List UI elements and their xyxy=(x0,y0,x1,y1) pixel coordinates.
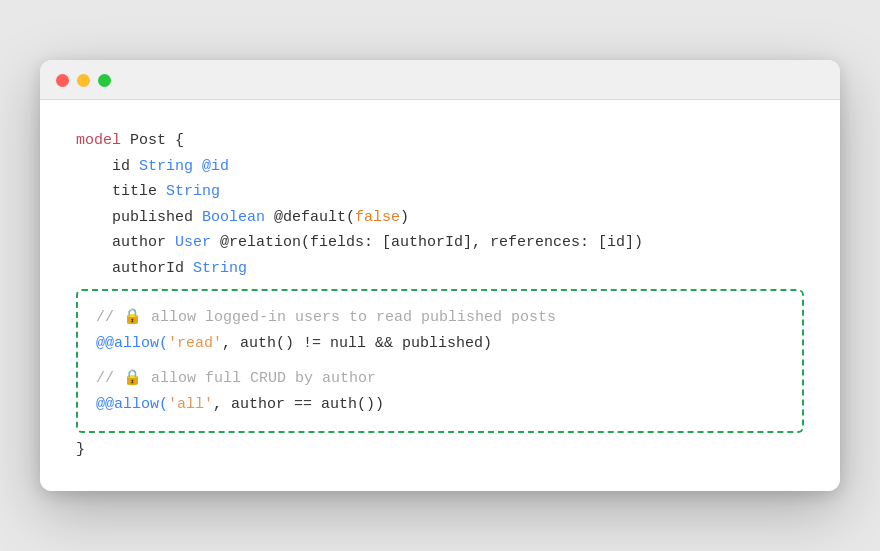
decorator-id: @id xyxy=(193,154,229,180)
code-line-3: title String xyxy=(76,179,804,205)
type-user: User xyxy=(175,230,211,256)
access-control-box: // 🔒 allow logged-in users to read publi… xyxy=(76,289,804,433)
code-line-5: author User @relation(fields: [authorId]… xyxy=(76,230,804,256)
titlebar xyxy=(40,60,840,100)
value-false: false xyxy=(355,205,400,231)
code-line-closing: } xyxy=(76,437,804,463)
allow-fn-2: @@allow( xyxy=(96,392,168,418)
comment-line-2: // 🔒 allow full CRUD by author xyxy=(96,366,784,392)
decorator-relation: @relation(fields: [authorId], references… xyxy=(211,230,643,256)
indent-published: published xyxy=(76,205,202,231)
code-post: Post { xyxy=(121,128,184,154)
indent-id: id xyxy=(76,154,139,180)
comment-text-2: // 🔒 allow full CRUD by author xyxy=(96,366,376,392)
allow-mid-1: , auth() != null && published) xyxy=(222,331,492,357)
closing-brace: } xyxy=(76,437,85,463)
maximize-button[interactable] xyxy=(98,74,111,87)
allow-line-2: @@allow( 'all' , author == auth()) xyxy=(96,392,784,418)
code-editor: model Post { id String @id title String … xyxy=(40,100,840,491)
editor-window: model Post { id String @id title String … xyxy=(40,60,840,491)
code-line-6: authorId String xyxy=(76,256,804,282)
close-button[interactable] xyxy=(56,74,69,87)
allow-str-2: 'all' xyxy=(168,392,213,418)
indent-authorid: authorId xyxy=(76,256,193,282)
allow-fn-1: @@allow( xyxy=(96,331,168,357)
allow-str-1: 'read' xyxy=(168,331,222,357)
type-boolean: Boolean xyxy=(202,205,265,231)
allow-line-1: @@allow( 'read' , auth() != null && publ… xyxy=(96,331,784,357)
comment-line-1: // 🔒 allow logged-in users to read publi… xyxy=(96,305,784,331)
decorator-default-open: @default( xyxy=(265,205,355,231)
type-string-id: String xyxy=(139,154,193,180)
indent-author: author xyxy=(76,230,175,256)
code-line-2: id String @id xyxy=(76,154,804,180)
keyword-model: model xyxy=(76,128,121,154)
code-line-4: published Boolean @default( false ) xyxy=(76,205,804,231)
spacer-1 xyxy=(96,356,784,366)
type-string-title: String xyxy=(166,179,220,205)
minimize-button[interactable] xyxy=(77,74,90,87)
code-line-1: model Post { xyxy=(76,128,804,154)
indent-title: title xyxy=(76,179,166,205)
allow-mid-2: , author == auth()) xyxy=(213,392,384,418)
decorator-default-close: ) xyxy=(400,205,409,231)
comment-text-1: // 🔒 allow logged-in users to read publi… xyxy=(96,305,556,331)
type-string-authorid: String xyxy=(193,256,247,282)
